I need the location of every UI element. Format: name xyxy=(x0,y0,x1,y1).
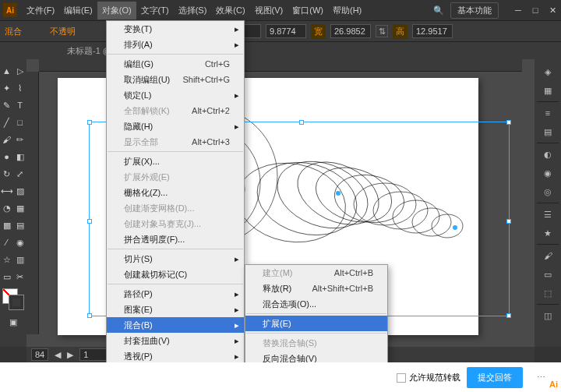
svg-point-16 xyxy=(373,192,428,229)
menu-item[interactable]: 编组(G)Ctrl+G xyxy=(107,56,244,72)
blend-tool[interactable]: ◉ xyxy=(13,234,26,251)
brushes-panel-icon[interactable]: 🖌 xyxy=(535,246,561,265)
brush-tool[interactable]: 🖌 xyxy=(0,131,13,148)
direct-select-tool[interactable]: ▷ xyxy=(13,62,26,79)
perspective-tool[interactable]: ▦ xyxy=(13,200,26,217)
layers-panel-icon[interactable]: ☰ xyxy=(535,205,561,224)
scale-tool[interactable]: ⤢ xyxy=(13,165,26,182)
menu-item[interactable]: 图案(E) xyxy=(107,302,244,317)
color-swatch[interactable] xyxy=(2,288,24,310)
nav-prev-icon[interactable]: ◀ xyxy=(55,350,61,360)
eyedropper-tool[interactable]: ⁄ xyxy=(0,234,13,251)
submit-button[interactable]: 提交回答 xyxy=(467,367,523,388)
svg-point-19 xyxy=(432,214,463,238)
color-panel-icon[interactable]: ◈ xyxy=(535,62,561,81)
pathfinder-panel-icon[interactable]: ◫ xyxy=(535,306,561,325)
appearance-panel-icon[interactable]: ◉ xyxy=(535,164,561,182)
menu-object-dropdown: 变换(T)排列(A)编组(G)Ctrl+G取消编组(U)Shift+Ctrl+G… xyxy=(106,20,245,392)
mesh-tool[interactable]: ▩ xyxy=(0,217,13,234)
stroke-panel-icon[interactable]: ≡ xyxy=(535,104,561,122)
type-tool[interactable]: T xyxy=(13,97,26,114)
menu-item[interactable]: 混合(B) xyxy=(107,317,244,333)
graphic-styles-icon[interactable]: ◎ xyxy=(535,182,561,201)
swatches-panel-icon[interactable]: ▦ xyxy=(535,81,561,100)
tool-panel: ▲▷ ✦⌇ ✎T ╱□ 🖌✏ ●◧ ↻⤢ ⟷▨ ◔▦ ▩▤ ⁄◉ ☆▥ ▭✂ ▣ xyxy=(0,59,26,347)
menu-item[interactable]: 取消编组(U)Shift+Ctrl+G xyxy=(107,72,244,87)
pencil-tool[interactable]: ✏ xyxy=(13,131,26,148)
search-icon[interactable]: 🔍 xyxy=(433,5,444,16)
rect-tool[interactable]: □ xyxy=(13,114,26,131)
menu-item[interactable]: 路径(P) xyxy=(107,286,244,302)
pen-tool[interactable]: ✎ xyxy=(0,97,13,114)
wand-tool[interactable]: ✦ xyxy=(0,79,13,97)
slice-tool[interactable]: ✂ xyxy=(13,268,26,285)
line-tool[interactable]: ╱ xyxy=(0,114,13,131)
menu-item[interactable]: 封套扭曲(V) xyxy=(107,333,244,348)
repost-checkbox[interactable]: 允许规范转载 xyxy=(397,372,460,383)
minimize-button[interactable]: ─ xyxy=(513,5,524,16)
free-transform-tool[interactable]: ▨ xyxy=(13,182,26,200)
svg-point-18 xyxy=(412,208,451,236)
symbol-tool[interactable]: ☆ xyxy=(0,251,13,268)
ruler-vertical xyxy=(26,72,39,334)
graph-tool[interactable]: ▥ xyxy=(13,251,26,268)
gradient-panel-icon[interactable]: ▤ xyxy=(535,122,561,141)
transparency-panel-icon[interactable]: ◐ xyxy=(535,145,561,164)
menu-5[interactable]: 效果(C) xyxy=(211,2,249,19)
nav-next-icon[interactable]: ▶ xyxy=(67,350,73,360)
control-bar: 混合 不透明 0805 9.8774 宽 26.9852 ⇅ 高 12.9517 xyxy=(0,20,561,42)
w-field[interactable]: 26.9852 xyxy=(330,24,371,38)
rotate-tool[interactable]: ↻ xyxy=(0,165,13,182)
artboard-tool[interactable]: ▭ xyxy=(0,268,13,285)
menu-item: 创建对象马赛克(J)... xyxy=(107,216,244,231)
doc-tabbar: 未标题-1 @ (CMYK/预览) xyxy=(0,42,561,59)
y-field[interactable]: 9.8774 xyxy=(266,24,306,38)
menu-item[interactable]: 释放(R)Alt+Shift+Ctrl+B xyxy=(245,281,387,296)
svg-point-22 xyxy=(453,225,457,230)
menu-item[interactable]: 锁定(L) xyxy=(107,87,244,103)
menu-item[interactable]: 创建裁切标记(C) xyxy=(107,267,244,282)
menu-item[interactable]: 栅格化(Z)... xyxy=(107,185,244,200)
menu-2[interactable]: 对象(O) xyxy=(97,2,136,19)
menu-8[interactable]: 帮助(H) xyxy=(328,2,366,19)
menu-4[interactable]: 选择(S) xyxy=(174,2,212,19)
menu-0[interactable]: 文件(F) xyxy=(22,2,59,19)
gradient-tool[interactable]: ▤ xyxy=(13,217,26,234)
menu-item: 替换混合轴(S) xyxy=(245,335,387,351)
h-field[interactable]: 12.9517 xyxy=(412,24,453,38)
screen-mode[interactable]: ▣ xyxy=(0,313,26,330)
shape-builder-tool[interactable]: ◔ xyxy=(0,200,13,217)
symbols-panel-icon[interactable]: ★ xyxy=(535,224,561,242)
align-panel-icon[interactable]: ▭ xyxy=(535,265,561,284)
menu-item[interactable]: 变换(T) xyxy=(107,21,244,37)
menu-6[interactable]: 视图(V) xyxy=(250,2,288,19)
menu-3[interactable]: 文字(T) xyxy=(136,2,174,19)
zoom-field[interactable]: 84 xyxy=(31,348,48,361)
svg-point-15 xyxy=(354,183,416,225)
menu-item[interactable]: 透视(P) xyxy=(107,348,244,364)
corner-logo: Ai xyxy=(549,380,558,389)
menu-item[interactable]: 扩展(E) xyxy=(245,316,387,331)
transform-panel-icon[interactable]: ⬚ xyxy=(535,284,561,302)
menu-item[interactable]: 切片(S) xyxy=(107,251,244,267)
menu-item[interactable]: 拼合透明度(F)... xyxy=(107,231,244,247)
menu-1[interactable]: 编辑(E) xyxy=(59,2,97,19)
blob-tool[interactable]: ● xyxy=(0,148,13,165)
selection-tool[interactable]: ▲ xyxy=(0,62,13,79)
menu-item[interactable]: 混合选项(O)... xyxy=(245,296,387,312)
h-label: 高 xyxy=(393,24,408,39)
maximize-button[interactable]: □ xyxy=(530,5,541,16)
menu-item: 全部解锁(K)Alt+Ctrl+2 xyxy=(107,103,244,118)
page-footer: 允许规范转载 提交回答 ⋯ xyxy=(0,362,561,392)
link-wh-icon[interactable]: ⇅ xyxy=(376,25,388,37)
right-panel: ◈ ▦ ≡ ▤ ◐ ◉ ◎ ☰ ★ 🖌 ▭ ⬚ ◫ xyxy=(535,59,561,347)
menu-item[interactable]: 排列(A) xyxy=(107,37,244,52)
width-tool[interactable]: ⟷ xyxy=(0,182,13,200)
menu-7[interactable]: 窗口(W) xyxy=(288,2,328,19)
close-button[interactable]: ✕ xyxy=(547,5,558,16)
eraser-tool[interactable]: ◧ xyxy=(13,148,26,165)
menu-item[interactable]: 扩展(X)... xyxy=(107,154,244,169)
menu-item[interactable]: 隐藏(H) xyxy=(107,118,244,134)
workspace-mode[interactable]: 基本功能 xyxy=(450,2,499,19)
lasso-tool[interactable]: ⌇ xyxy=(13,79,26,97)
